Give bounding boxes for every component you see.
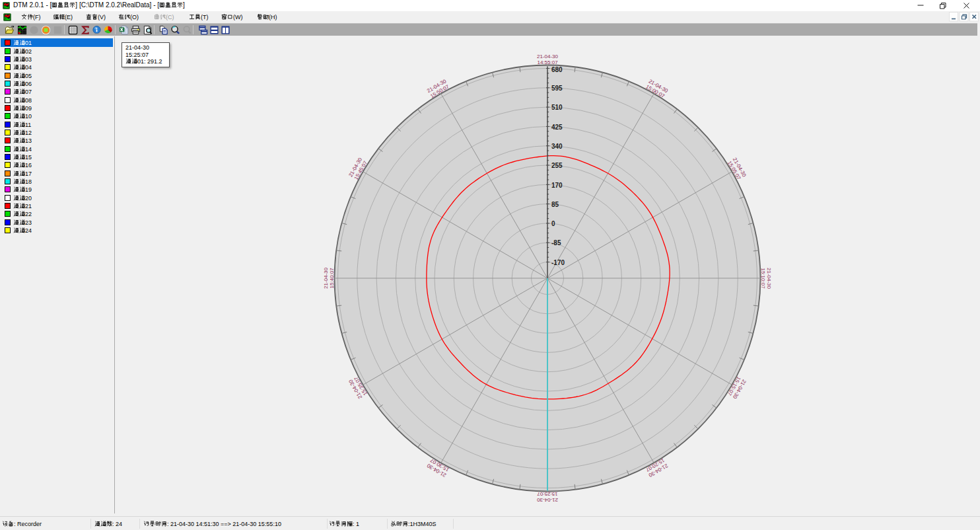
svg-text:21-04-30: 21-04-30 bbox=[537, 54, 559, 59]
svg-text:-85: -85 bbox=[551, 239, 561, 246]
svg-text:255: 255 bbox=[551, 162, 563, 169]
svg-text:-170: -170 bbox=[551, 259, 565, 266]
svg-text:21-04-30: 21-04-30 bbox=[323, 267, 329, 289]
svg-text:340: 340 bbox=[551, 143, 563, 150]
svg-text:680: 680 bbox=[551, 66, 563, 73]
svg-text:425: 425 bbox=[551, 124, 563, 131]
svg-text:21-04-30: 21-04-30 bbox=[766, 268, 772, 289]
svg-text:170: 170 bbox=[551, 182, 563, 189]
svg-text:15:10:07: 15:10:07 bbox=[760, 268, 766, 289]
svg-text:85: 85 bbox=[551, 201, 559, 208]
svg-text:14:55:07: 14:55:07 bbox=[537, 59, 558, 65]
svg-text:15:40:07: 15:40:07 bbox=[329, 268, 335, 289]
svg-text:0: 0 bbox=[551, 220, 555, 227]
svg-text:15:25:07: 15:25:07 bbox=[537, 491, 558, 497]
svg-text:510: 510 bbox=[551, 104, 563, 111]
svg-text:21-04-30: 21-04-30 bbox=[536, 497, 558, 503]
svg-text:595: 595 bbox=[551, 85, 563, 92]
